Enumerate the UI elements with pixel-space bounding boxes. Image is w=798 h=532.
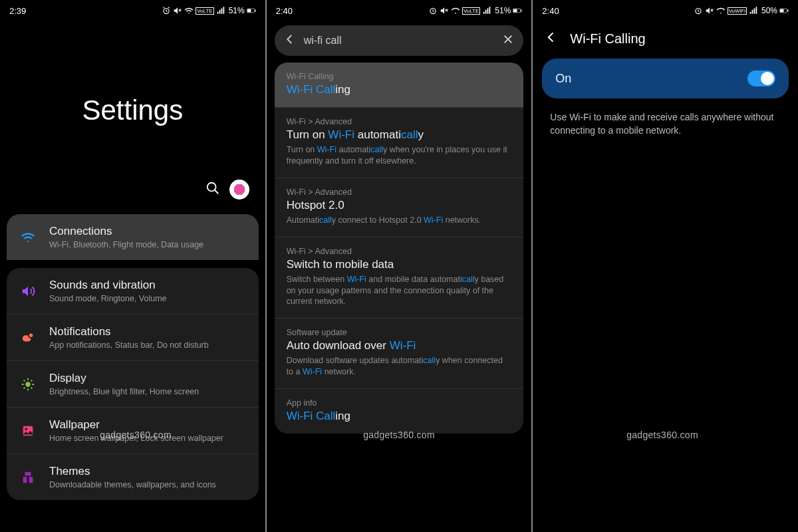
mute-icon (705, 6, 714, 15)
vowifi-label: VoWiFi (728, 7, 747, 15)
settings-item-sounds[interactable]: Sounds and vibrationSound mode, Ringtone… (7, 268, 259, 314)
back-button[interactable] (284, 33, 296, 48)
item-title: Sounds and vibration (49, 279, 167, 292)
result-path: Wi-Fi Calling (287, 72, 512, 81)
svg-rect-25 (514, 9, 517, 13)
status-bar: 2:39 VoLTE 51% (0, 0, 265, 21)
search-results: Wi-Fi Calling Wi-Fi Calling Wi-Fi > Adva… (275, 63, 524, 434)
item-title: Themes (49, 465, 216, 478)
profile-avatar[interactable] (229, 180, 249, 200)
settings-screen: 2:39 VoLTE 51% Settings ConnectionsWi-Fi… (0, 0, 265, 532)
battery-text: 51% (229, 6, 245, 15)
item-sub: App notifications, Status bar, Do not di… (49, 340, 209, 350)
result-path: Wi-Fi > Advanced (287, 117, 512, 126)
wifi-icon (184, 6, 194, 15)
search-button[interactable] (205, 181, 220, 198)
back-icon (545, 31, 558, 44)
result-path: Wi-Fi > Advanced (287, 247, 512, 256)
result-title: Wi-Fi Calling (287, 83, 512, 96)
mute-icon (440, 6, 449, 15)
result-app-info[interactable]: App info Wi-Fi Calling (275, 388, 524, 434)
volte-label: VoLTE (196, 7, 213, 15)
settings-group-1: ConnectionsWi-Fi, Bluetooth, Flight mode… (7, 214, 259, 260)
wifi-icon (451, 6, 460, 15)
page-title: Settings (16, 94, 249, 126)
settings-item-wallpaper[interactable]: WallpaperHome screen wallpaper, Lock scr… (7, 407, 259, 454)
svg-point-20 (25, 428, 27, 430)
alarm-icon (162, 6, 171, 15)
result-hotspot[interactable]: Wi-Fi > Advanced Hotspot 2.0 Automatical… (275, 178, 524, 237)
alarm-icon (428, 6, 438, 15)
toggle-label: On (555, 72, 571, 86)
display-icon (19, 377, 37, 392)
signal-icon (216, 6, 225, 15)
battery-text: 50% (761, 6, 777, 15)
status-icons: VoLTE 51% (162, 6, 255, 15)
volte-label: VoLTE (462, 7, 480, 15)
clear-button[interactable] (502, 33, 514, 48)
wifi-icon (716, 6, 726, 15)
wifi-calling-toggle-card[interactable]: On (542, 59, 789, 98)
page-title: Wi-Fi Calling (570, 31, 645, 47)
result-title: Turn on Wi-Fi automatically (287, 128, 512, 142)
wifi-calling-header: Wi-Fi Calling (533, 21, 798, 59)
svg-rect-5 (255, 9, 255, 12)
settings-item-notifications[interactable]: NotificationsApp notifications, Status b… (7, 314, 259, 360)
close-icon (502, 33, 514, 45)
settings-item-themes[interactable]: ThemesDownloadable themes, wallpapers, a… (7, 454, 259, 500)
battery-icon (513, 6, 522, 15)
status-icons: VoWiFi 50% (694, 6, 789, 15)
toggle-switch[interactable] (747, 70, 775, 86)
item-title: Connections (49, 225, 203, 238)
wifi-calling-screen: 2:40 VoWiFi 50% Wi-Fi Calling On Use Wi-… (533, 0, 798, 532)
clock: 2:40 (542, 6, 559, 16)
svg-rect-26 (521, 9, 522, 12)
result-desc: Download software updates automatically … (287, 355, 512, 378)
item-title: Notifications (49, 325, 209, 338)
search-input[interactable]: wi-fi call (304, 35, 503, 47)
result-wifi-calling[interactable]: Wi-Fi Calling Wi-Fi Calling (275, 63, 524, 107)
search-bar: wi-fi call (275, 25, 524, 56)
svg-line-7 (214, 190, 218, 194)
settings-item-display[interactable]: DisplayBrightness, Blue light filter, Ho… (7, 360, 259, 407)
wifi-calling-description: Use Wi-Fi to make and receive calls anyw… (533, 98, 798, 150)
signal-icon (749, 6, 758, 15)
item-sub: Home screen wallpaper, Lock screen wallp… (49, 434, 223, 443)
signal-icon (482, 6, 491, 15)
back-button[interactable] (545, 31, 558, 47)
svg-line-17 (24, 387, 25, 388)
battery-text: 51% (495, 6, 511, 15)
result-desc: Switch between Wi-Fi and mobile data aut… (287, 274, 512, 308)
svg-rect-33 (780, 9, 783, 13)
status-icons: VoLTE 51% (428, 6, 522, 15)
sound-icon (19, 284, 37, 299)
svg-point-6 (207, 183, 215, 192)
clock: 2:39 (9, 6, 26, 16)
item-sub: Brightness, Blue light filter, Home scre… (49, 387, 199, 396)
result-switch-mobile[interactable]: Wi-Fi > Advanced Switch to mobile data S… (275, 237, 524, 319)
svg-line-15 (24, 380, 25, 381)
result-title: Hotspot 2.0 (287, 199, 512, 212)
result-desc: Automatically connect to Hotspot 2.0 Wi-… (287, 215, 512, 226)
back-icon (284, 33, 296, 45)
result-title: Auto download over Wi-Fi (287, 339, 512, 352)
clock: 2:40 (276, 6, 293, 16)
status-bar: 2:40 VoLTE 51% (267, 0, 532, 21)
settings-group-2: Sounds and vibrationSound mode, Ringtone… (7, 268, 259, 500)
svg-point-10 (25, 382, 30, 386)
wifi-icon (19, 230, 37, 245)
status-bar: 2:40 VoWiFi 50% (533, 0, 798, 21)
notification-icon (19, 331, 37, 345)
svg-line-18 (31, 380, 33, 381)
result-auto-download[interactable]: Software update Auto download over Wi-Fi… (275, 318, 524, 388)
result-path: Software update (287, 328, 512, 337)
item-sub: Downloadable themes, wallpapers, and ico… (49, 480, 216, 489)
result-path: Wi-Fi > Advanced (287, 188, 512, 197)
settings-header: Settings (0, 21, 265, 214)
mute-icon (173, 6, 182, 15)
battery-icon (779, 6, 789, 15)
settings-item-connections[interactable]: ConnectionsWi-Fi, Bluetooth, Flight mode… (7, 214, 259, 260)
result-auto-wifi[interactable]: Wi-Fi > Advanced Turn on Wi-Fi automatic… (275, 107, 524, 178)
result-title: Switch to mobile data (287, 258, 512, 271)
item-sub: Sound mode, Ringtone, Volume (49, 294, 167, 303)
